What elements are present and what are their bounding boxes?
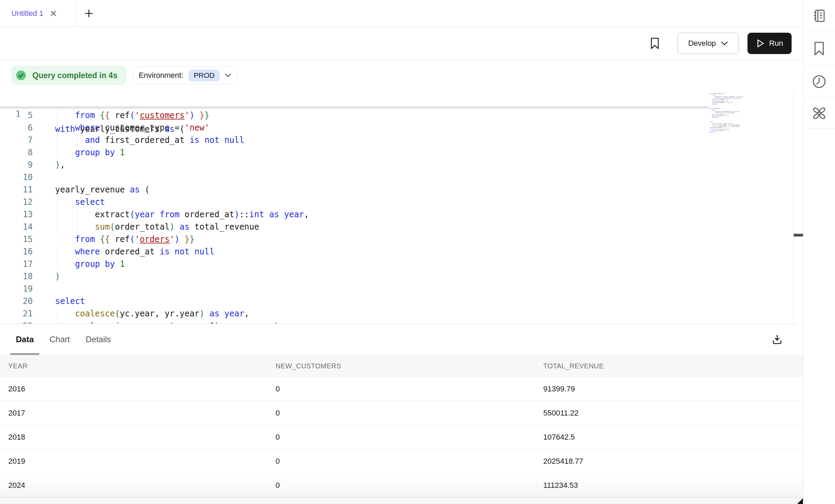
- environment-selector[interactable]: Environment: PROD: [132, 66, 238, 84]
- code-line-14[interactable]: 14 sum(order_total) as total_revenue: [0, 221, 793, 233]
- line-number: 18: [0, 270, 33, 283]
- new-tab-button[interactable]: [77, 0, 101, 27]
- code-line-11[interactable]: 11yearly_revenue as (: [0, 183, 793, 196]
- table-row[interactable]: 201902025418.77: [0, 449, 803, 473]
- table-header: YEARNEW_CUSTOMERSTOTAL_REVENUE: [0, 355, 803, 377]
- status-row: Query completed in 4s Environment: PROD: [0, 60, 803, 91]
- tab-untitled-1[interactable]: Untitled 1: [0, 0, 77, 27]
- line-number: 17: [0, 258, 33, 270]
- table-cell: 107642.5: [535, 433, 803, 442]
- code-text: select: [55, 295, 85, 307]
- code-line-8[interactable]: 8 group by 1: [0, 146, 793, 159]
- line-number: 10: [0, 171, 33, 183]
- check-circle-icon: [16, 70, 26, 81]
- table-row[interactable]: 20170550011.22: [0, 401, 803, 425]
- code-line-17[interactable]: 17 group by 1: [0, 258, 793, 270]
- query-status-badge: Query completed in 4s: [11, 66, 126, 85]
- sql-code-editor[interactable]: 1 with yearly_customers as ( 5 from {{ r…: [0, 91, 803, 324]
- compass-star-icon[interactable]: [803, 98, 835, 128]
- code-text: coalesce(yc.new_customers, 0) as new_cus…: [55, 320, 309, 324]
- develop-dropdown[interactable]: Develop: [678, 33, 739, 54]
- code-line-18[interactable]: 18): [0, 270, 793, 283]
- resize-grip-icon[interactable]: [797, 498, 803, 504]
- table-cell: 550011.22: [535, 409, 803, 418]
- editor-toolbar: Develop Run: [0, 27, 803, 60]
- table-cell: 111234.53: [535, 481, 803, 490]
- line-number: 9: [0, 159, 33, 171]
- sticky-shadow: [0, 106, 709, 109]
- line-number: 13: [0, 208, 33, 221]
- code-text: coalesce(yc.year, yr.year) as year,: [55, 307, 249, 320]
- column-header-year: YEAR: [0, 362, 267, 370]
- chevron-down-icon: [721, 41, 728, 46]
- code-line-10[interactable]: 10: [0, 171, 793, 183]
- table-cell: 2019: [0, 457, 267, 466]
- table-row[interactable]: 2016091399.79: [0, 377, 803, 401]
- code-text: where ordered_at is not null: [55, 245, 214, 258]
- code-text: from {{ ref('orders') }}: [55, 233, 195, 245]
- table-cell: 0: [267, 433, 535, 442]
- run-label: Run: [769, 39, 783, 48]
- main-area: Untitled 1 Develop Run: [0, 0, 803, 504]
- close-icon[interactable]: [49, 9, 58, 18]
- results-tab-chart[interactable]: Chart: [44, 324, 75, 355]
- code-line-15[interactable]: 15 from {{ ref('orders') }}: [0, 233, 793, 245]
- line-number: 20: [0, 295, 33, 307]
- download-icon[interactable]: [771, 333, 783, 346]
- results-panel: DataChartDetails YEARNEW_CUSTOMERSTOTAL_…: [0, 324, 803, 504]
- line-number: 22: [0, 320, 33, 324]
- editor-scrollbar-thumb[interactable]: [794, 234, 803, 237]
- line-number: 11: [0, 183, 33, 196]
- environment-label: Environment:: [139, 71, 184, 80]
- table-row[interactable]: 20240111234.53: [0, 473, 803, 497]
- run-button[interactable]: Run: [748, 33, 792, 54]
- horizontal-scrollbar-track[interactable]: [0, 497, 803, 504]
- results-tab-data[interactable]: Data: [10, 324, 39, 355]
- code-line-20[interactable]: 20select: [0, 295, 793, 307]
- code-text: ),: [55, 159, 65, 171]
- code-line-22[interactable]: 22 coalesce(yc.new_customers, 0) as new_…: [0, 320, 793, 324]
- results-tab-details[interactable]: Details: [80, 324, 116, 355]
- tab-bar: Untitled 1: [0, 0, 803, 27]
- code-text: extract(year from ordered_at)::int as ye…: [55, 208, 309, 221]
- code-text: yearly_revenue as (: [55, 183, 150, 196]
- table-cell: 2018: [0, 433, 267, 442]
- code-line-12[interactable]: 12 select: [0, 196, 793, 208]
- tab-title: Untitled 1: [11, 9, 43, 18]
- bookmark-icon[interactable]: [803, 32, 835, 65]
- minimap-content: with yearly_customers as ( select extrac…: [710, 93, 762, 133]
- code-line-9[interactable]: 9),: [0, 159, 793, 171]
- line-number: 12: [0, 196, 33, 208]
- line-number: 15: [0, 233, 33, 245]
- notebook-icon[interactable]: [803, 0, 835, 32]
- history-clock-icon[interactable]: [803, 65, 835, 98]
- minimap[interactable]: with yearly_customers as ( select extrac…: [710, 93, 762, 136]
- code-line-16[interactable]: 16 where ordered_at is not null: [0, 245, 793, 258]
- table-body: 2016091399.7920170550011.2220180107642.5…: [0, 377, 803, 497]
- sticky-line-code: with yearly_customers as (: [55, 122, 185, 137]
- query-status-text: Query completed in 4s: [32, 71, 117, 80]
- right-icon-rail: [803, 0, 835, 504]
- code-line-21[interactable]: 21 coalesce(yc.year, yr.year) as year,: [0, 307, 793, 320]
- rail-spacer: [803, 128, 835, 504]
- column-header-total_revenue: TOTAL_REVENUE: [535, 362, 803, 370]
- bookmark-icon[interactable]: [650, 37, 660, 50]
- table-cell: 0: [267, 481, 535, 490]
- develop-label: Develop: [688, 39, 716, 48]
- code-lines: 5 from {{ ref('customers') }}6 where cus…: [0, 109, 793, 324]
- table-cell: 91399.79: [535, 385, 803, 393]
- table-cell: 0: [267, 457, 535, 466]
- code-line-13[interactable]: 13 extract(year from ordered_at)::int as…: [0, 208, 793, 221]
- table-row[interactable]: 20180107642.5: [0, 425, 803, 449]
- line-number: 19: [0, 283, 33, 295]
- code-text: select: [55, 196, 105, 208]
- code-line-19[interactable]: 19: [0, 283, 793, 295]
- table-cell: 2017: [0, 409, 267, 418]
- sticky-line-number: 1: [0, 106, 33, 122]
- sticky-line: 1 with yearly_customers as (: [0, 91, 803, 106]
- column-header-new_customers: NEW_CUSTOMERS: [267, 362, 535, 370]
- line-number: 21: [0, 307, 33, 320]
- editor-scrollbar[interactable]: [793, 91, 803, 324]
- plus-icon: [84, 8, 94, 19]
- code-line-5[interactable]: 5 from {{ ref('customers') }}: [0, 109, 793, 122]
